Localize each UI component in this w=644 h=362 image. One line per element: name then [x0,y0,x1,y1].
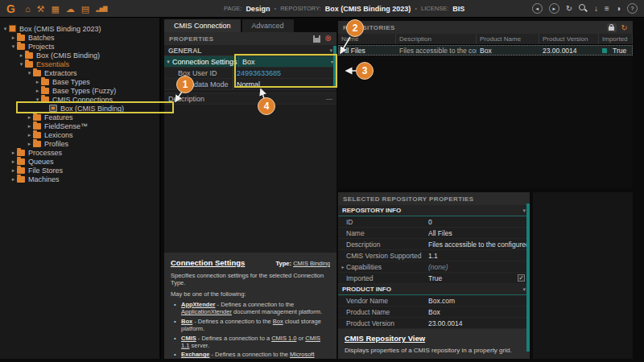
search-icon[interactable] [579,4,588,13]
column-imported[interactable]: Imported [599,34,633,44]
collapse-arrow-icon[interactable]: ▾ [329,47,332,54]
section-product-info[interactable]: PRODUCT INFO ▾ [338,284,530,295]
tree-item-file-stores[interactable]: ▸ File Stores [0,166,159,175]
expand-arrow-icon[interactable]: ▸ [34,86,41,95]
expand-arrow-icon[interactable]: ▸ [26,113,33,121]
lock-icon[interactable] [607,23,617,32]
tree-item-essentials[interactable]: ▾ Essentials [0,60,159,68]
tree-item-lexicons[interactable]: ▸ Lexicons [0,130,159,139]
refresh-icon[interactable]: ↻ [566,4,572,13]
expand-arrow-icon[interactable]: ▸ [26,139,33,148]
cancel-icon[interactable]: ⊗ [324,35,332,43]
collapse-arrow-icon[interactable]: ▾ [522,208,526,214]
back-icon[interactable]: ◂ [532,3,543,14]
tree-item-cmis-connections[interactable]: ▾ CMIS Connections [0,95,159,104]
tree-item-features[interactable]: ▸ Features [0,113,159,121]
cmis-10-link[interactable]: CMIS 1.0 [271,335,296,342]
repository-row-all-files[interactable]: All Files Files accessible to the config… [338,45,633,56]
repository-value[interactable]: Box (CMIS Binding 2023) [325,5,411,13]
description-row[interactable]: Description — [164,93,336,105]
tab-cmis-connection[interactable]: CMIS Connection [164,19,241,32]
tree-item-processes[interactable]: ▸ Processes [0,148,159,157]
expand-arrow-icon[interactable]: ▸ [18,51,25,60]
stats-icon[interactable]: ▂▅▇ [96,0,106,18]
box-platform-link[interactable]: Box [273,318,283,325]
tab-advanced[interactable]: Advanced [242,19,294,32]
batches-icon[interactable]: ▦ [51,0,59,18]
expand-arrow-icon[interactable]: ▸ [34,77,41,86]
tree-item-batches[interactable]: ▸ Batches [0,33,159,42]
collapse-arrow-icon[interactable]: ▾ [26,68,33,77]
help-icon[interactable]: ? [627,3,638,14]
tree-item-base-types[interactable]: ▸ Base Types [0,77,159,86]
expand-arrow-icon[interactable]: ▸ [26,130,33,139]
expand-arrow-icon[interactable]: ▸ [10,148,17,157]
save-icon[interactable] [313,35,320,43]
collapse-arrow-icon[interactable]: ▾ [164,59,172,65]
property-value[interactable]: Box [242,58,255,66]
property-row-box-user-id[interactable]: Box User ID 24993633685 [164,68,336,79]
download-icon[interactable]: ↓ [594,4,598,13]
cloud-icon[interactable]: ☁ [66,0,75,18]
column-product-name[interactable]: Product Name [477,34,539,44]
tools-icon[interactable]: ⚒ [37,0,45,18]
expand-arrow-icon[interactable]: ▸ [10,33,17,42]
tree-item-root[interactable]: ▾ Box (CMIS Binding 2023) [0,24,159,33]
tree-item-box-cmis-binding-project[interactable]: ▸ Box (CMIS Binding) [0,51,159,60]
home-icon[interactable]: ⌂ [25,0,31,18]
theme-icon[interactable]: ◑ [616,4,621,13]
tree-item-machines[interactable]: ▸ Machines [0,175,159,183]
expand-arrow-icon[interactable]: ▸ [26,121,33,130]
tree-item-projects[interactable]: ▾ Projects [0,42,159,51]
collapse-arrow-icon[interactable]: ▾ [10,42,17,51]
property-row-metadata-mode[interactable]: Metadata Mode Normal [164,79,336,90]
expand-arrow-icon[interactable]: ▸ [10,157,17,166]
info-row-capabilities[interactable]: ▸Capabilities (none) [338,261,530,273]
property-value[interactable]: 24993633685 [237,69,281,77]
info-row-description[interactable]: Description Files accessible to the conf… [338,239,530,250]
collapse-icon[interactable]: — [326,95,332,102]
property-value[interactable]: Normal [237,80,260,88]
license-value[interactable]: BIS [452,5,464,13]
tree-item-box-cmis-binding-connection[interactable]: Box (CMIS Binding) [0,104,159,113]
layers-icon[interactable]: ≡ [605,4,609,13]
product-row-product-name[interactable]: Product Name Box [338,306,530,318]
storage-icon[interactable]: ▤ [81,0,89,18]
refresh-icon[interactable]: ↻ [621,23,628,32]
info-row-id[interactable]: ID 0 [338,216,530,228]
box-link[interactable]: Box [181,318,192,325]
expand-arrow-icon[interactable]: ▸ [340,264,346,269]
type-link[interactable]: CMIS Binding [293,260,330,267]
product-row-vendor-name[interactable]: Vendor Name Box.com [338,295,530,306]
section-repository-info[interactable]: REPOSITORY INFO ▾ [338,205,530,216]
column-name[interactable]: Name [338,34,396,44]
info-row-name[interactable]: Name All Files [338,228,530,239]
checkbox-checked-icon[interactable]: ✓ [518,274,525,282]
tree-item-fieldsense[interactable]: ▸ FieldSense™ [0,121,159,130]
property-row-connection-settings[interactable]: ▾ Connection Settings Box ▾ [164,56,336,68]
collapse-arrow-icon[interactable]: ▾ [522,286,526,293]
forward-icon[interactable]: ▸ [549,3,559,14]
page-value[interactable]: Design [246,5,270,13]
column-product-version[interactable]: Product Version [539,34,599,44]
applicationxtender-link[interactable]: ApplicationXtender [181,308,232,315]
expand-arrow-icon[interactable]: ▸ [10,166,17,175]
collapse-arrow-icon[interactable]: ▾ [34,95,41,104]
expand-arrow-icon[interactable]: ▸ [10,175,17,183]
collapse-arrow-icon[interactable]: ▾ [2,24,9,33]
tree-item-base-types-fuzzy[interactable]: ▸ Base Types (Fuzzy) [0,86,159,95]
column-description[interactable]: Description [396,34,477,44]
tree-item-extractors[interactable]: ▾ Extractors [0,68,159,77]
properties-scrollbar[interactable] [333,46,336,88]
appxtender-link[interactable]: AppXtender [181,301,216,308]
selected-repository-scrollbar[interactable] [526,204,530,352]
info-row-cmis-version[interactable]: CMIS Version Supported 1.1 [338,250,530,261]
category-general[interactable]: GENERAL ▾ [164,45,336,56]
exchange-link[interactable]: Exchange [181,351,209,358]
info-row-imported[interactable]: Imported True ✓ [338,273,530,284]
cmis-link[interactable]: CMIS [181,335,196,342]
product-row-product-version[interactable]: Product Version 23.00.0014 [338,318,530,329]
tree-item-profiles[interactable]: ▸ Profiles [0,139,159,148]
collapse-arrow-icon[interactable]: ▾ [18,60,25,68]
tree-item-queues[interactable]: ▸ Queues [0,157,159,166]
